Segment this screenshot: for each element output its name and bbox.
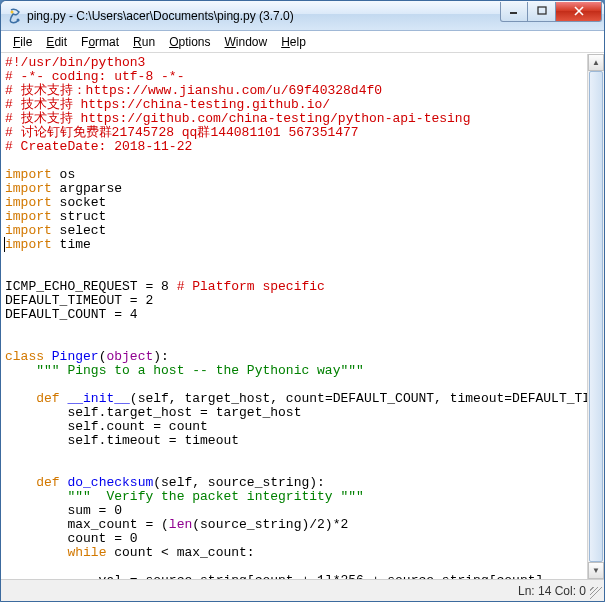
close-button[interactable] xyxy=(556,2,602,22)
editor[interactable]: #!/usr/bin/python3# -*- coding: utf-8 -*… xyxy=(1,53,604,579)
svg-rect-3 xyxy=(538,7,546,14)
menu-options[interactable]: Options xyxy=(163,33,216,51)
menu-help[interactable]: Help xyxy=(275,33,312,51)
scroll-track[interactable] xyxy=(588,71,604,562)
window: ping.py - C:\Users\acer\Documents\ping.p… xyxy=(0,0,605,602)
svg-point-1 xyxy=(17,18,20,21)
menu-run[interactable]: Run xyxy=(127,33,161,51)
svg-point-0 xyxy=(11,10,14,13)
scroll-down-button[interactable]: ▼ xyxy=(588,562,604,579)
menubar: File Edit Format Run Options Window Help xyxy=(1,31,604,53)
resize-grip[interactable] xyxy=(590,587,602,599)
window-title: ping.py - C:\Users\acer\Documents\ping.p… xyxy=(27,9,500,23)
maximize-button[interactable] xyxy=(528,2,556,22)
menu-file[interactable]: File xyxy=(7,33,38,51)
titlebar[interactable]: ping.py - C:\Users\acer\Documents\ping.p… xyxy=(1,1,604,31)
cursor-position: Ln: 14 Col: 0 xyxy=(518,584,586,598)
app-icon xyxy=(7,8,23,24)
menu-edit[interactable]: Edit xyxy=(40,33,73,51)
statusbar: Ln: 14 Col: 0 xyxy=(1,579,604,601)
window-controls xyxy=(500,2,602,22)
scroll-thumb[interactable] xyxy=(589,71,603,562)
vertical-scrollbar[interactable]: ▲ ▼ xyxy=(587,54,604,579)
minimize-button[interactable] xyxy=(500,2,528,22)
code-area[interactable]: #!/usr/bin/python3# -*- coding: utf-8 -*… xyxy=(1,54,604,579)
menu-format[interactable]: Format xyxy=(75,33,125,51)
scroll-up-button[interactable]: ▲ xyxy=(588,54,604,71)
menu-window[interactable]: Window xyxy=(219,33,274,51)
